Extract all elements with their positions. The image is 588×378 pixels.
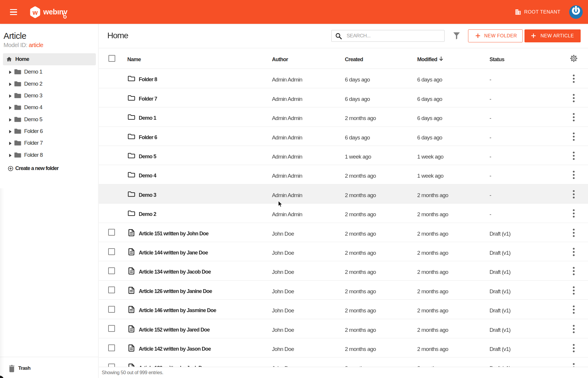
svg-text:w: w bbox=[32, 9, 38, 16]
